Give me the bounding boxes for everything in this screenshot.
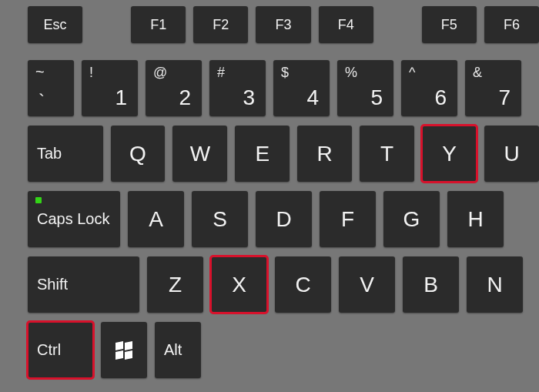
capslock-key[interactable]: Caps Lock (28, 191, 120, 247)
bottom-row: Shift Z X C V B N (0, 256, 539, 313)
w-key[interactable]: W (172, 126, 227, 182)
v-key[interactable]: V (339, 256, 395, 313)
fn-gap (90, 6, 123, 43)
percent-symbol: % (345, 65, 357, 81)
function-row: Esc F1 F2 F3 F4 F5 F6 (0, 6, 539, 43)
f6-key[interactable]: F6 (484, 6, 539, 43)
e-key[interactable]: E (235, 126, 290, 182)
digit-3: 3 (243, 85, 255, 110)
home-row: Caps Lock A S D F G H (0, 191, 539, 247)
u-key[interactable]: U (484, 126, 539, 182)
windows-key[interactable] (101, 322, 147, 378)
digit-1: 1 (115, 85, 127, 110)
q-key[interactable]: Q (111, 126, 166, 182)
f-key[interactable]: F (320, 191, 376, 247)
windows-icon (116, 342, 132, 359)
capslock-led-icon (35, 197, 42, 203)
f3-key[interactable]: F3 (256, 6, 310, 43)
shift-key[interactable]: Shift (28, 256, 139, 313)
f2-key[interactable]: F2 (193, 6, 248, 43)
digit-4: 4 (306, 85, 319, 110)
number-row: ~ ` ! 1 @ 2 # 3 $ 4 % 5 ^ 6 & 7 (0, 60, 539, 116)
digit-6: 6 (434, 85, 447, 110)
key-3[interactable]: # 3 (209, 60, 266, 116)
f1-key[interactable]: F1 (131, 6, 186, 43)
key-1[interactable]: ! 1 (82, 60, 138, 116)
d-key[interactable]: D (256, 191, 312, 247)
fn-gap (381, 6, 414, 43)
qwerty-row: Tab Q W E R T Y U (0, 126, 539, 182)
keyboard: Esc F1 F2 F3 F4 F5 F6 ~ ` ! 1 @ 2 # 3 $ … (0, 0, 539, 392)
x-key[interactable]: X (211, 256, 267, 313)
esc-key[interactable]: Esc (28, 6, 82, 43)
ctrl-key[interactable]: Ctrl (28, 322, 93, 378)
b-key[interactable]: B (403, 256, 459, 313)
backtick-key[interactable]: ~ ` (28, 60, 74, 116)
f4-key[interactable]: F4 (319, 6, 373, 43)
key-2[interactable]: @ 2 (146, 60, 202, 116)
digit-5: 5 (370, 85, 383, 110)
backtick-symbol: ` (38, 90, 63, 112)
digit-2: 2 (179, 85, 191, 110)
ampersand-symbol: & (473, 65, 482, 81)
at-symbol: @ (153, 65, 167, 81)
f5-key[interactable]: F5 (422, 6, 477, 43)
modifier-row: Ctrl Alt (0, 322, 539, 378)
digit-7: 7 (498, 85, 511, 110)
key-7[interactable]: & 7 (465, 60, 521, 116)
caret-symbol: ^ (409, 65, 415, 81)
t-key[interactable]: T (360, 126, 414, 182)
h-key[interactable]: H (447, 191, 504, 247)
a-key[interactable]: A (128, 191, 184, 247)
r-key[interactable]: R (297, 126, 352, 182)
alt-key[interactable]: Alt (155, 322, 201, 378)
s-key[interactable]: S (192, 191, 248, 247)
exclaim-symbol: ! (89, 65, 93, 81)
dollar-symbol: $ (281, 65, 289, 81)
key-4[interactable]: $ 4 (273, 60, 330, 116)
n-key[interactable]: N (467, 256, 523, 313)
c-key[interactable]: C (275, 256, 331, 313)
g-key[interactable]: G (383, 191, 440, 247)
tilde-symbol: ~ (35, 63, 45, 81)
z-key[interactable]: Z (147, 256, 203, 313)
capslock-label: Caps Lock (37, 210, 110, 228)
y-key[interactable]: Y (422, 126, 477, 182)
tab-key[interactable]: Tab (28, 126, 103, 182)
key-6[interactable]: ^ 6 (401, 60, 457, 116)
key-5[interactable]: % 5 (337, 60, 393, 116)
hash-symbol: # (217, 65, 225, 81)
